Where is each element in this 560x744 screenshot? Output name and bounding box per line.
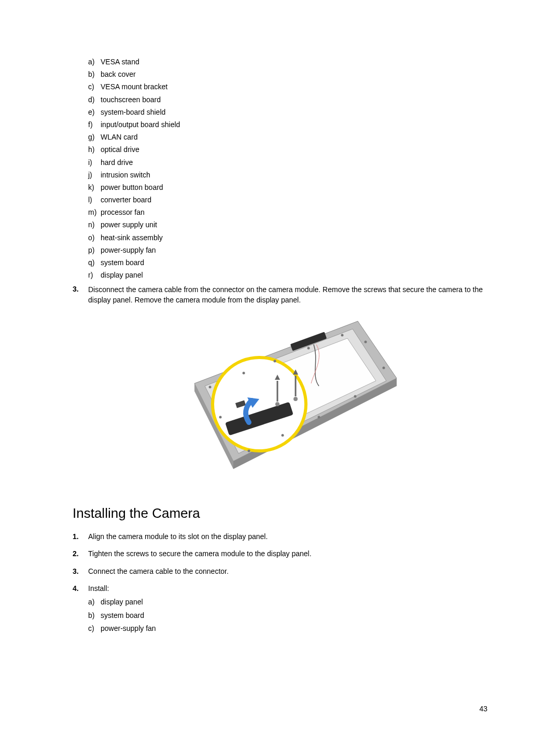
list-item: c)VESA mount bracket	[88, 82, 487, 91]
install-steps-list: 1. Align the camera module to its slot o…	[73, 532, 487, 637]
removal-sublist: a)VESA stand b)back cover c)VESA mount b…	[88, 57, 487, 280]
list-marker: o)	[88, 233, 101, 242]
list-text: VESA stand	[101, 57, 139, 66]
list-text: processor fan	[101, 208, 145, 217]
svg-point-6	[213, 357, 306, 451]
list-text: display panel	[101, 597, 143, 608]
camera-removal-figure	[158, 313, 402, 490]
list-text: intrusion switch	[101, 170, 150, 180]
list-item: r)display panel	[88, 270, 487, 280]
list-marker: c)	[88, 624, 101, 634]
svg-point-18	[274, 360, 276, 362]
install-step: 4. Install: a)display panel b)system boa…	[73, 584, 487, 637]
step-text: Connect the camera cable to the connecto…	[88, 567, 487, 577]
list-marker: f)	[88, 120, 101, 129]
list-item: d)touchscreen board	[88, 95, 487, 104]
step-number: 3.	[73, 567, 88, 577]
list-item: k)power button board	[88, 183, 487, 192]
step-text: Disconnect the camera cable from the con…	[88, 285, 487, 305]
svg-point-16	[209, 385, 212, 388]
heading-installing-camera: Installing the Camera	[73, 505, 487, 521]
list-text: system board	[101, 258, 144, 267]
list-text: display panel	[101, 270, 143, 280]
list-marker: r)	[88, 270, 101, 280]
svg-point-19	[307, 347, 310, 349]
svg-point-27	[219, 416, 222, 418]
svg-point-25	[282, 434, 284, 436]
list-item: b)system board	[88, 611, 487, 621]
list-marker: a)	[88, 57, 101, 66]
list-text: input/output board shield	[101, 120, 180, 129]
page-number: 43	[479, 705, 487, 713]
list-text: hard drive	[101, 158, 133, 167]
list-item: f)input/output board shield	[88, 120, 487, 129]
list-item: i)hard drive	[88, 158, 487, 167]
step-number: 2.	[73, 549, 88, 559]
list-marker: g)	[88, 132, 101, 142]
list-text: VESA mount bracket	[101, 82, 167, 91]
list-marker: c)	[88, 82, 101, 91]
svg-point-24	[318, 416, 320, 418]
step-text: Align the camera module to its slot on t…	[88, 532, 487, 542]
list-marker: a)	[88, 597, 101, 608]
step-number: 4.	[73, 584, 88, 637]
install-step: 3. Connect the camera cable to the conne…	[73, 567, 487, 577]
list-text: back cover	[101, 70, 136, 79]
page-content: a)VESA stand b)back cover c)VESA mount b…	[0, 0, 560, 676]
list-marker: q)	[88, 258, 101, 267]
list-item: m)processor fan	[88, 208, 487, 217]
list-marker: b)	[88, 611, 101, 621]
list-item: a)VESA stand	[88, 57, 487, 66]
list-text: optical drive	[101, 145, 139, 154]
step-number: 1.	[73, 532, 88, 542]
list-marker: d)	[88, 95, 101, 104]
list-item: b)back cover	[88, 70, 487, 79]
list-text: touchscreen board	[101, 95, 161, 104]
svg-point-17	[243, 371, 245, 374]
svg-point-20	[341, 334, 344, 336]
step-3: 3. Disconnect the camera cable from the …	[73, 285, 487, 305]
list-text: power-supply fan	[101, 245, 156, 255]
list-marker: p)	[88, 245, 101, 255]
svg-point-23	[354, 395, 357, 397]
svg-point-21	[365, 340, 367, 343]
svg-point-12	[275, 402, 279, 406]
list-marker: i)	[88, 158, 101, 167]
list-marker: h)	[88, 145, 101, 154]
list-marker: n)	[88, 220, 101, 229]
install-step: 1. Align the camera module to its slot o…	[73, 532, 487, 542]
list-marker: e)	[88, 107, 101, 117]
step-number: 3.	[73, 285, 88, 305]
svg-point-26	[248, 449, 250, 452]
list-text: power button board	[101, 183, 163, 192]
list-marker: m)	[88, 208, 101, 217]
list-text: power supply unit	[101, 220, 157, 229]
list-item: a)display panel	[88, 597, 487, 608]
step-text: Tighten the screws to secure the camera …	[88, 549, 487, 559]
step-text-container: Install: a)display panel b)system board …	[88, 584, 487, 637]
list-item: h)optical drive	[88, 145, 487, 154]
step-text: Install:	[88, 584, 109, 593]
list-text: converter board	[101, 195, 151, 204]
list-text: power-supply fan	[101, 624, 156, 634]
list-item: l)converter board	[88, 195, 487, 204]
svg-point-22	[383, 366, 385, 369]
list-marker: l)	[88, 195, 101, 204]
list-item: n)power supply unit	[88, 220, 487, 229]
list-marker: j)	[88, 170, 101, 180]
list-text: system-board shield	[101, 107, 165, 117]
install-step: 2. Tighten the screws to secure the came…	[73, 549, 487, 559]
list-text: system board	[101, 611, 144, 621]
list-item: j)intrusion switch	[88, 170, 487, 180]
svg-point-15	[293, 397, 298, 401]
list-item: q)system board	[88, 258, 487, 267]
list-marker: b)	[88, 70, 101, 79]
list-item: e)system-board shield	[88, 107, 487, 117]
list-item: c)power-supply fan	[88, 624, 487, 634]
list-marker: k)	[88, 183, 101, 192]
list-text: WLAN card	[101, 132, 138, 142]
list-item: p)power-supply fan	[88, 245, 487, 255]
list-item: g)WLAN card	[88, 132, 487, 142]
install-sublist: a)display panel b)system board c)power-s…	[88, 597, 487, 634]
list-text: heat-sink assembly	[101, 233, 163, 242]
